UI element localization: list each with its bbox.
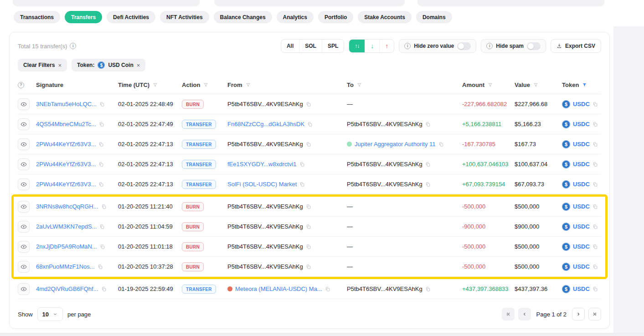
from-address[interactable]: SolFi (SOL-USDC) Market — [227, 181, 297, 188]
to-address[interactable]: Jupiter Aggregator Authority 11 — [355, 141, 436, 148]
token-link[interactable]: USDC — [573, 285, 590, 292]
copy-icon[interactable] — [592, 162, 598, 167]
tab-nft-activities[interactable]: NFT Activities — [160, 11, 209, 23]
from-address[interactable]: Meteora (MELANIA-USDC) Ma... — [235, 285, 322, 292]
signature-link[interactable]: 2aUvLWM3KN7epdS... — [36, 223, 97, 230]
signature-link[interactable]: 68xnPuoMMzF1Nos... — [36, 263, 95, 270]
copy-icon[interactable] — [99, 224, 105, 229]
time-filter-icon[interactable] — [153, 82, 158, 87]
copy-icon[interactable] — [98, 162, 104, 167]
view-details-button[interactable] — [18, 201, 30, 213]
signature-link[interactable]: 3NEbTamu5eHoLQC... — [36, 101, 97, 107]
copy-icon[interactable] — [325, 286, 330, 292]
copy-icon[interactable] — [98, 142, 104, 147]
from-address[interactable]: P5tb4T6SBV...4KV9ESAhKg — [227, 203, 303, 210]
amount-filter-icon[interactable] — [488, 82, 493, 87]
to-address[interactable]: — — [347, 263, 353, 270]
token-link[interactable]: USDC — [573, 161, 590, 168]
view-details-button[interactable] — [18, 98, 30, 110]
view-details-button[interactable] — [18, 118, 30, 130]
clear-filters-chip[interactable]: Clear Filters × — [18, 59, 67, 71]
copy-icon[interactable] — [425, 286, 431, 292]
copy-icon[interactable] — [592, 102, 598, 107]
signature-link[interactable]: 2PWu44KeYfZr63V3... — [36, 161, 96, 168]
copy-icon[interactable] — [98, 264, 103, 270]
hide-spam-control[interactable]: i Hide spam — [481, 39, 546, 53]
tab-stake-accounts[interactable]: Stake Accounts — [358, 11, 412, 23]
value-filter-icon[interactable] — [533, 82, 538, 87]
sort-ascending-button[interactable]: ↑ — [379, 40, 394, 52]
copy-icon[interactable] — [307, 122, 313, 127]
copy-icon[interactable] — [306, 264, 311, 270]
tab-domains[interactable]: Domains — [416, 11, 452, 23]
copy-icon[interactable] — [99, 102, 105, 107]
copy-icon[interactable] — [592, 204, 598, 209]
copy-icon[interactable] — [425, 122, 431, 127]
copy-icon[interactable] — [299, 182, 305, 187]
token-link[interactable]: USDC — [573, 263, 590, 270]
action-filter-icon[interactable] — [203, 82, 208, 87]
tab-balance-changes[interactable]: Balance Changes — [214, 11, 272, 23]
to-address[interactable]: P5tb4T6SBV...4KV9ESAhKg — [347, 121, 422, 127]
close-icon[interactable]: × — [58, 62, 62, 69]
sort-descending-button[interactable]: ↓ — [365, 40, 379, 52]
copy-icon[interactable] — [98, 182, 104, 187]
signature-link[interactable]: 3NRNs8w8hcQqRGH... — [36, 203, 98, 210]
first-page-button[interactable] — [502, 308, 515, 321]
hide-zero-value-control[interactable]: i Hide zero value — [399, 39, 476, 53]
copy-icon[interactable] — [306, 204, 311, 209]
token-link[interactable]: USDC — [573, 101, 590, 107]
token-filter-icon-active[interactable] — [582, 82, 587, 87]
from-address[interactable]: P5tb4T6SBV...4KV9ESAhKg — [227, 101, 303, 107]
page-size-select[interactable]: 10 — [37, 307, 63, 321]
to-address[interactable]: — — [347, 223, 353, 230]
copy-icon[interactable] — [306, 142, 311, 147]
next-page-button[interactable] — [572, 308, 585, 321]
scope-spl-button[interactable]: SPL — [322, 40, 344, 52]
tab-transfers[interactable]: Transfers — [65, 11, 102, 23]
token-link[interactable]: USDC — [573, 203, 590, 210]
copy-icon[interactable] — [592, 142, 598, 147]
tab-portfolio[interactable]: Portfolio — [318, 11, 353, 23]
copy-icon[interactable] — [592, 244, 598, 249]
copy-icon[interactable] — [99, 122, 104, 127]
token-link[interactable]: USDC — [573, 223, 590, 230]
hide-zero-value-toggle[interactable] — [457, 42, 471, 50]
from-address[interactable]: P5tb4T6SBV...4KV9ESAhKg — [227, 263, 303, 270]
signature-link[interactable]: 2PWu44KeYfZr63V3... — [36, 181, 96, 188]
prev-page-button[interactable] — [518, 308, 531, 321]
copy-icon[interactable] — [306, 224, 311, 229]
to-address[interactable]: — — [347, 243, 353, 250]
to-address[interactable]: P5tb4T6SBV...4KV9ESAhKg — [347, 161, 422, 168]
to-address[interactable]: — — [347, 101, 353, 107]
signature-link[interactable]: 2PWu44KeYfZr63V3... — [36, 141, 96, 148]
copy-icon[interactable] — [592, 182, 598, 187]
token-filter-chip[interactable]: Token: USD Coin × — [72, 59, 145, 71]
from-address[interactable]: P5tb4T6SBV...4KV9ESAhKg — [227, 243, 303, 250]
from-filter-icon[interactable] — [246, 82, 251, 87]
to-address[interactable]: P5tb4T6SBV...4KV9ESAhKg — [347, 285, 422, 292]
signature-link[interactable]: 4QS54MbneCMu2Tc... — [36, 121, 96, 127]
token-link[interactable]: USDC — [573, 121, 590, 127]
view-details-button[interactable] — [18, 241, 30, 253]
last-page-button[interactable] — [588, 308, 601, 321]
from-address[interactable]: P5tb4T6SBV...4KV9ESAhKg — [227, 141, 303, 148]
view-details-button[interactable] — [18, 178, 30, 190]
copy-icon[interactable] — [438, 142, 444, 147]
token-link[interactable]: USDC — [573, 243, 590, 250]
scope-sol-button[interactable]: SOL — [299, 40, 322, 52]
hide-spam-toggle[interactable] — [527, 42, 541, 50]
copy-icon[interactable] — [425, 162, 431, 167]
sort-both-button[interactable]: ↑↓ — [349, 40, 365, 52]
copy-icon[interactable] — [592, 286, 598, 292]
view-details-button[interactable] — [18, 138, 30, 150]
signature-link[interactable]: 2nxJjDbP5A9RoMaN... — [36, 243, 97, 250]
view-details-button[interactable] — [18, 283, 30, 295]
copy-icon[interactable] — [306, 102, 311, 107]
to-filter-icon[interactable] — [357, 82, 362, 87]
copy-icon[interactable] — [306, 244, 311, 249]
close-icon[interactable]: × — [137, 62, 140, 69]
token-link[interactable]: USDC — [573, 141, 590, 148]
copy-icon[interactable] — [425, 182, 431, 187]
copy-icon[interactable] — [101, 204, 107, 209]
